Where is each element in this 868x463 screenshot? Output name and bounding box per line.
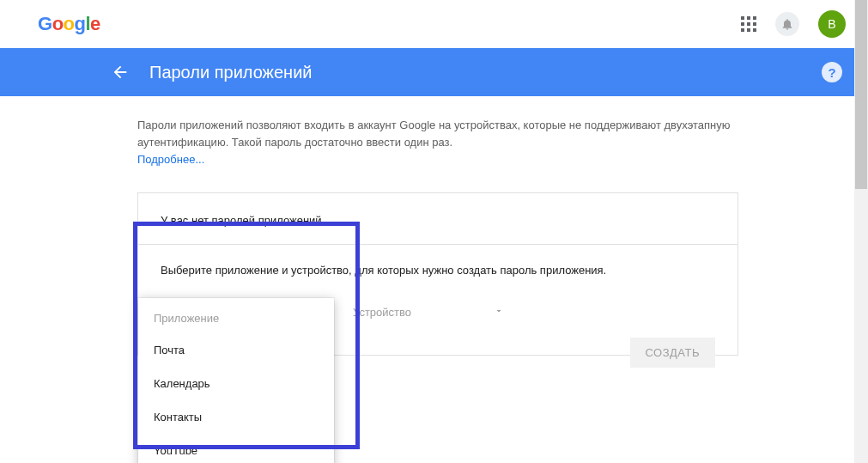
main-content: Пароли приложений позволяют входить в ак…: [137, 96, 738, 356]
help-button[interactable]: ?: [822, 62, 842, 82]
avatar[interactable]: B: [818, 10, 846, 38]
logo-letter: o: [64, 13, 75, 35]
top-bar: G o o g l e B: [0, 0, 868, 48]
top-right-controls: B: [741, 10, 846, 38]
choose-prompt: Выберите приложение и устройство, для ко…: [161, 264, 715, 277]
app-select-menu: Приложение Почта Календарь Контакты YouT…: [138, 298, 334, 463]
learn-more-link[interactable]: Подробнее...: [137, 153, 204, 166]
page-title: Пароли приложений: [149, 63, 313, 82]
menu-item-mail[interactable]: Почта: [138, 333, 334, 367]
menu-item-contacts[interactable]: Контакты: [138, 400, 334, 434]
create-button-label: СОЗДАТЬ: [646, 346, 701, 359]
scrollbar-thumb[interactable]: [855, 0, 867, 189]
app-passwords-card: У вас нет паролей приложений. Выберите п…: [137, 192, 738, 356]
apps-grid-icon[interactable]: [741, 16, 756, 32]
logo-letter: o: [52, 13, 64, 35]
page-header: Пароли приложений ?: [0, 48, 868, 96]
logo-letter: e: [90, 13, 100, 35]
back-button[interactable]: [103, 55, 137, 89]
notifications-icon[interactable]: [775, 12, 799, 36]
scrollbar-track[interactable]: [854, 0, 868, 463]
intro-body: Пароли приложений позволяют входить в ак…: [137, 119, 731, 149]
no-passwords-text: У вас нет паролей приложений.: [161, 214, 715, 227]
menu-item-youtube[interactable]: YouTube: [138, 434, 334, 463]
logo-letter: g: [75, 13, 86, 35]
avatar-initial: B: [828, 17, 835, 31]
logo-letter: G: [38, 13, 52, 35]
create-button[interactable]: СОЗДАТЬ: [630, 338, 716, 368]
chevron-down-icon: [494, 306, 504, 319]
device-select[interactable]: Устройство: [351, 301, 715, 324]
menu-item-calendar[interactable]: Календарь: [138, 367, 334, 400]
device-select-label: Устройство: [353, 306, 411, 319]
menu-header: Приложение: [138, 303, 334, 333]
google-logo[interactable]: G o o g l e: [38, 13, 100, 35]
intro-text: Пароли приложений позволяют входить в ак…: [137, 117, 738, 168]
divider: [138, 244, 737, 245]
